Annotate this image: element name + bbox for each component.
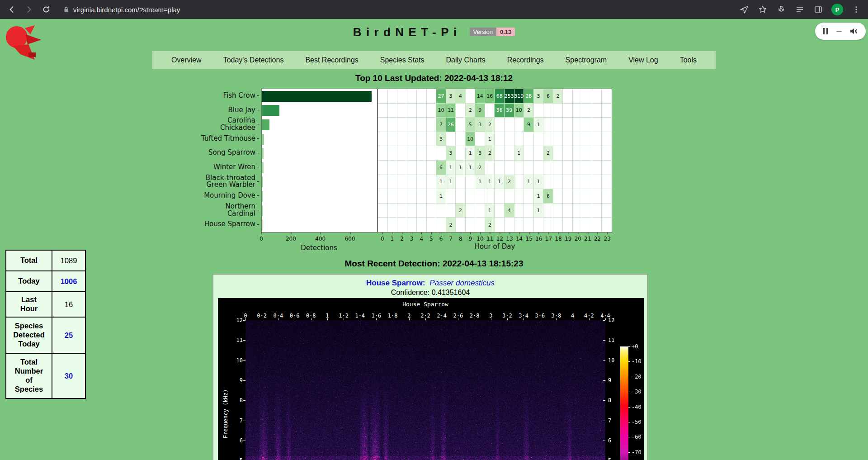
seek-bar[interactable]: [836, 31, 842, 32]
side-panel-icon[interactable]: [813, 4, 824, 15]
heatmap-cell: 9: [524, 118, 534, 132]
forward-icon[interactable]: [24, 4, 34, 15]
heatmap-cell: [602, 204, 612, 218]
profile-avatar[interactable]: P: [831, 4, 843, 15]
heatmap-cell: [378, 104, 388, 118]
nav-item-daily-charts[interactable]: Daily Charts: [443, 56, 488, 64]
heatmap-cell: 2: [543, 146, 553, 161]
bar-row: [262, 175, 377, 190]
detections-bar: [262, 148, 264, 159]
address-bar[interactable]: virginia.birdnetpi.com/?stream=play: [58, 3, 730, 16]
heatmap-cell: [485, 161, 495, 175]
nav-item-best-recordings[interactable]: Best Recordings: [302, 56, 361, 64]
species-label-row: House Sparrow: [190, 217, 259, 232]
menu-kebab-icon[interactable]: [851, 4, 862, 15]
heatmap-cell: [524, 132, 534, 147]
heatmap-cell: [397, 204, 407, 218]
heatmap-cell: [524, 146, 534, 161]
stats-table: Total1089 Today1006 Last Hour16 Species …: [5, 250, 86, 399]
heatmap-cell: [475, 204, 485, 218]
time-tick-label: 0·8: [306, 313, 316, 319]
time-tick-label: 4: [571, 313, 574, 319]
heatmap-cell: [602, 118, 612, 132]
extensions-icon[interactable]: [776, 4, 787, 15]
nav-item-species-stats[interactable]: Species Stats: [377, 56, 427, 64]
bar-row: [262, 104, 377, 118]
heatmap-cell: [427, 89, 437, 104]
species-axis: Fish CrowBlue JayCarolina ChickadeeTufte…: [190, 89, 259, 232]
stat-value-link[interactable]: 30: [65, 372, 73, 380]
nav-item-tools[interactable]: Tools: [677, 56, 699, 64]
detections-bar: [262, 205, 263, 216]
back-icon[interactable]: [6, 4, 17, 15]
heatmap-cell: 2: [475, 161, 485, 175]
heatmap-cell: [407, 204, 417, 218]
heatmap-cell: 14: [475, 89, 485, 104]
colorbar: [620, 346, 628, 460]
heatmap-cell: [592, 204, 602, 218]
heatmap-cell: [592, 161, 602, 175]
heatmap-cell: [534, 161, 544, 175]
stat-label: Total Number of Species: [6, 353, 52, 398]
heatmap-cell: [582, 132, 592, 147]
freq-tick-label: 6: [229, 437, 243, 444]
bookmark-star-icon[interactable]: [757, 4, 768, 15]
axis-tick-label: 11: [486, 236, 493, 242]
heatmap-cell: [573, 189, 583, 204]
freq-tick: [243, 380, 245, 381]
freq-tick: [603, 421, 605, 421]
nav-item-todays-detections[interactable]: Today's Detections: [221, 56, 287, 64]
heatmap-cell: [427, 146, 437, 161]
pause-button[interactable]: [823, 28, 828, 34]
axis-tick: [257, 210, 259, 210]
heatmap-cell: [427, 132, 437, 147]
heatmap-cell: 26: [446, 118, 456, 132]
heatmap-cell: 1: [534, 204, 544, 218]
heatmap-cell: [592, 175, 602, 190]
heatmap-cell: [563, 175, 573, 190]
bar-row: [262, 146, 377, 161]
heatmap-cell: [592, 104, 602, 118]
heatmap-cell: 9: [475, 104, 485, 118]
heatmap-cell: [407, 104, 417, 118]
detections-bar: [262, 176, 263, 187]
heatmap-panel: 2734141668253319283621011293639102726532…: [377, 89, 612, 232]
nav-item-recordings[interactable]: Recordings: [505, 56, 547, 64]
stat-value-link[interactable]: 1006: [61, 277, 77, 285]
heatmap-cell: [495, 204, 505, 218]
heatmap-cell: [407, 89, 417, 104]
reading-list-icon[interactable]: [794, 4, 805, 15]
volume-button[interactable]: [849, 27, 858, 35]
axis-tick-label: 0: [381, 236, 384, 242]
reload-icon[interactable]: [41, 4, 52, 15]
heatmap-cell: [563, 104, 573, 118]
nav-item-view-log[interactable]: View Log: [626, 56, 661, 64]
heatmap-cell: [582, 146, 592, 161]
time-tick-label: 1·8: [388, 313, 398, 319]
nav-item-overview[interactable]: Overview: [169, 56, 204, 64]
heatmap-cell: [573, 118, 583, 132]
heatmap-cell: [407, 161, 417, 175]
time-tick-label: 3·8: [552, 313, 561, 319]
detections-bar: [262, 162, 264, 173]
lock-icon: [63, 6, 69, 13]
heatmap-cell: [407, 132, 417, 147]
heatmap-cell: 1: [534, 175, 544, 190]
freq-tick-label: 12: [608, 317, 614, 323]
heatmap-cell: [397, 89, 407, 104]
colorbar-tick: [628, 452, 630, 453]
heatmap-cell: [378, 146, 388, 161]
heatmap-cell: [553, 189, 563, 204]
axis-tick-label: 18: [555, 236, 561, 242]
send-icon[interactable]: [739, 4, 750, 15]
heatmap-cell: [543, 175, 553, 190]
heatmap-cell: 1: [485, 175, 495, 190]
heatmap-cell: [592, 218, 602, 232]
axis-tick-label: 3: [410, 236, 414, 242]
stat-value-link[interactable]: 25: [65, 331, 73, 339]
nav-item-spectrogram[interactable]: Spectrogram: [563, 56, 610, 64]
freq-tick: [603, 441, 605, 441]
heatmap-cell: 27: [436, 89, 446, 104]
freq-tick: [603, 360, 605, 361]
heatmap-cell: 1: [534, 189, 544, 204]
